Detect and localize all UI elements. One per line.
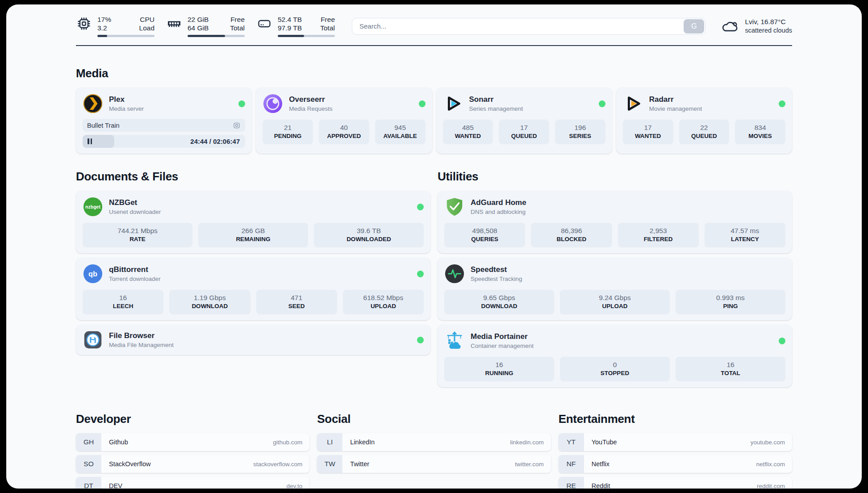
app-card-speedtest[interactable]: Speedtest Speedtest Tracking 9.65 Gbps D… bbox=[438, 258, 792, 320]
link-url: netflix.com bbox=[756, 461, 792, 468]
app-card-portainer[interactable]: Media Portainer Container management 16 … bbox=[438, 325, 792, 387]
link-netflix[interactable]: NF Netflix netflix.com bbox=[559, 455, 792, 473]
svg-text:nzbget: nzbget bbox=[85, 204, 100, 209]
top-bar: 17% 3.2 CPU Load bbox=[76, 4, 792, 37]
link-reddit[interactable]: RE Reddit reddit.com bbox=[559, 477, 792, 489]
app-title: NZBGet bbox=[109, 198, 411, 208]
status-online-dot bbox=[417, 337, 424, 343]
status-online-dot bbox=[238, 100, 245, 107]
radarr-icon bbox=[623, 93, 643, 114]
link-url: twitter.com bbox=[515, 461, 551, 468]
link-name: StackOverflow bbox=[101, 460, 253, 468]
utilities-section: Utilities bbox=[438, 154, 792, 387]
status-online-dot bbox=[779, 100, 785, 107]
stat-upload: 618.52 Mbps UPLOAD bbox=[343, 290, 424, 314]
link-twitter[interactable]: TW Twitter twitter.com bbox=[317, 455, 551, 473]
stat-remaining: 266 GB REMAINING bbox=[198, 223, 308, 247]
cpu-load-label: Load bbox=[139, 24, 154, 32]
link-url: github.com bbox=[273, 439, 309, 446]
stat-filtered: 2,953 FILTERED bbox=[618, 223, 699, 247]
disk-free-value: 52.4 TB bbox=[278, 15, 302, 24]
playback-time: 24:44 / 02:06:47 bbox=[190, 138, 245, 145]
app-card-overseerr[interactable]: Overseerr Media Requests 21 PENDING 40 A… bbox=[256, 88, 432, 154]
playback-progress-row: 24:44 / 02:06:47 bbox=[83, 135, 245, 148]
disk-progress-bar bbox=[278, 35, 335, 37]
app-subtitle: Usenet downloader bbox=[109, 208, 411, 216]
nzbget-icon: nzbget bbox=[83, 196, 103, 217]
ram-progress-bar bbox=[188, 35, 245, 37]
dashboard-page: 17% 3.2 CPU Load bbox=[6, 4, 862, 489]
cpu-icon bbox=[76, 16, 92, 32]
search-engine-button[interactable]: G bbox=[684, 19, 704, 33]
stat-ping: 0.993 ms PING bbox=[676, 290, 785, 314]
filebrowser-icon bbox=[83, 330, 103, 350]
stat-upload: 9.24 Gbps UPLOAD bbox=[560, 290, 670, 314]
status-online-dot bbox=[779, 338, 785, 344]
stat-wanted: 485 WANTED bbox=[443, 120, 493, 144]
link-name: DEV bbox=[101, 482, 287, 489]
stat-download: 1.19 Gbps DOWNLOAD bbox=[169, 290, 250, 314]
app-subtitle: Speedtest Tracking bbox=[471, 275, 785, 283]
cpu-label: CPU bbox=[139, 15, 154, 24]
link-stackoverflow[interactable]: SO StackOverflow stackoverflow.com bbox=[76, 455, 309, 473]
app-card-nzbget[interactable]: nzbget NZBGet Usenet downloader 744.21 M… bbox=[76, 191, 430, 253]
app-title: Radarr bbox=[649, 95, 773, 104]
app-title: File Browser bbox=[109, 331, 411, 341]
app-title: Plex bbox=[109, 95, 233, 104]
weather-location-temp: Lviv, 16.87°C bbox=[745, 17, 792, 26]
link-name: YouTube bbox=[584, 439, 751, 446]
section-title-documents: Documents & Files bbox=[76, 170, 430, 184]
app-card-radarr[interactable]: Radarr Movie management 17 WANTED 22 QUE… bbox=[616, 88, 792, 154]
disk-total-value: 97.9 TB bbox=[278, 24, 302, 32]
app-card-filebrowser[interactable]: File Browser Media File Management bbox=[76, 325, 430, 355]
stat-seed: 471 SEED bbox=[256, 290, 337, 314]
cpu-load-value: 3.2 bbox=[97, 24, 111, 32]
app-card-qbittorrent[interactable]: qb qBittorrent Torrent downloader 16 bbox=[76, 258, 430, 320]
stat-running: 16 RUNNING bbox=[444, 357, 554, 381]
link-linkedin[interactable]: LI LinkedIn linkedin.com bbox=[317, 433, 551, 451]
section-title-utilities: Utilities bbox=[438, 170, 792, 184]
ram-icon bbox=[166, 16, 182, 32]
link-url: linkedin.com bbox=[510, 439, 551, 446]
qbittorrent-icon: qb bbox=[83, 263, 103, 284]
link-dev[interactable]: DT DEV dev.to bbox=[76, 477, 309, 489]
search-input[interactable] bbox=[352, 18, 705, 35]
link-abbr: DT bbox=[76, 477, 101, 489]
app-card-sonarr[interactable]: Sonarr Series management 485 WANTED 17 Q… bbox=[436, 88, 612, 154]
pause-icon[interactable] bbox=[88, 138, 92, 144]
app-card-adguard[interactable]: AdGuard Home DNS and adblocking 498,508 … bbox=[438, 191, 792, 253]
cpu-progress-bar bbox=[97, 35, 154, 37]
link-abbr: GH bbox=[76, 433, 101, 451]
now-playing-title: Bullet Train bbox=[87, 122, 233, 129]
media-grid: Plex Media server Bullet Train 24:44 / 0 bbox=[76, 88, 792, 154]
stat-leech: 16 LEECH bbox=[83, 290, 163, 314]
documents-section: Documents & Files nzbget NZBGet Usenet d… bbox=[76, 154, 430, 355]
cloud-icon bbox=[721, 17, 739, 35]
weather-widget: Lviv, 16.87°C scattered clouds bbox=[721, 17, 792, 35]
link-github[interactable]: GH Github github.com bbox=[76, 433, 309, 451]
link-abbr: LI bbox=[317, 433, 342, 451]
app-title: AdGuard Home bbox=[471, 198, 785, 208]
plex-icon bbox=[83, 93, 103, 114]
stat-wanted: 17 WANTED bbox=[623, 120, 673, 144]
link-abbr: SO bbox=[76, 455, 101, 473]
app-title: Speedtest bbox=[471, 265, 785, 275]
app-subtitle: Series management bbox=[469, 105, 593, 113]
section-title-entertainment: Entertainment bbox=[559, 412, 792, 426]
ram-total-label: Total bbox=[230, 24, 245, 32]
now-playing-row: Bullet Train bbox=[83, 119, 245, 132]
link-youtube[interactable]: YT YouTube youtube.com bbox=[559, 433, 792, 451]
app-card-plex[interactable]: Plex Media server Bullet Train 24:44 / 0 bbox=[76, 88, 252, 154]
stat-download: 9.65 Gbps DOWNLOAD bbox=[444, 290, 554, 314]
weather-condition: scattered clouds bbox=[745, 26, 792, 35]
app-subtitle: Media server bbox=[109, 105, 233, 113]
app-title: Overseerr bbox=[289, 95, 413, 104]
stat-available: 945 AVAILABLE bbox=[375, 120, 426, 144]
stat-approved: 40 APPROVED bbox=[319, 120, 369, 144]
entertainment-section: Entertainment YT YouTube youtube.com NF … bbox=[559, 387, 792, 489]
link-name: Netflix bbox=[584, 460, 756, 468]
cpu-percent: 17% bbox=[97, 15, 111, 24]
status-online-dot bbox=[419, 100, 426, 107]
section-title-developer: Developer bbox=[76, 412, 309, 426]
disk-total-label: Total bbox=[320, 24, 335, 32]
